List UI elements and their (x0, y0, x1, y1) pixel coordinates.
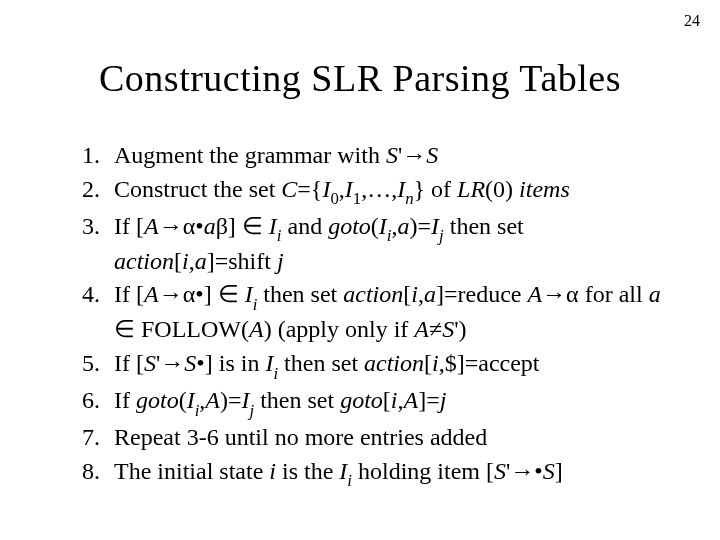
list-text: Augment the grammar with S'→S (114, 140, 680, 172)
page-title: Constructing SLR Parsing Tables (0, 56, 720, 100)
list-text: If [S'→S•] is in Ii then set action[i,$]… (114, 348, 680, 383)
list-item: 3.If [A→α•aβ] ∈ Ii and goto(Ii,a)=Ij the… (60, 211, 680, 278)
list-text: The initial state i is the Ii holding it… (114, 456, 680, 491)
list-text: If goto(Ii,A)=Ij then set goto[i,A]=j (114, 385, 680, 420)
list-number: 5. (60, 348, 114, 380)
algorithm-list: 1.Augment the grammar with S'→S2.Constru… (60, 140, 680, 491)
page-number: 24 (684, 12, 700, 30)
list-text: If [A→α•aβ] ∈ Ii and goto(Ii,a)=Ij then … (114, 211, 680, 278)
list-item: 1.Augment the grammar with S'→S (60, 140, 680, 172)
list-item: 4.If [A→α•] ∈ Ii then set action[i,a]=re… (60, 279, 680, 346)
list-number: 8. (60, 456, 114, 488)
list-item: 2.Construct the set C={I0,I1,…,In} of LR… (60, 174, 680, 209)
list-number: 2. (60, 174, 114, 206)
list-number: 4. (60, 279, 114, 311)
list-number: 1. (60, 140, 114, 172)
list-text: If [A→α•] ∈ Ii then set action[i,a]=redu… (114, 279, 680, 346)
list-number: 6. (60, 385, 114, 417)
list-text: Construct the set C={I0,I1,…,In} of LR(0… (114, 174, 680, 209)
list-item: 7.Repeat 3-6 until no more entries added (60, 422, 680, 454)
list-item: 8.The initial state i is the Ii holding … (60, 456, 680, 491)
list-text: Repeat 3-6 until no more entries added (114, 422, 680, 454)
list-number: 7. (60, 422, 114, 454)
list-item: 6.If goto(Ii,A)=Ij then set goto[i,A]=j (60, 385, 680, 420)
list-number: 3. (60, 211, 114, 243)
list-item: 5.If [S'→S•] is in Ii then set action[i,… (60, 348, 680, 383)
